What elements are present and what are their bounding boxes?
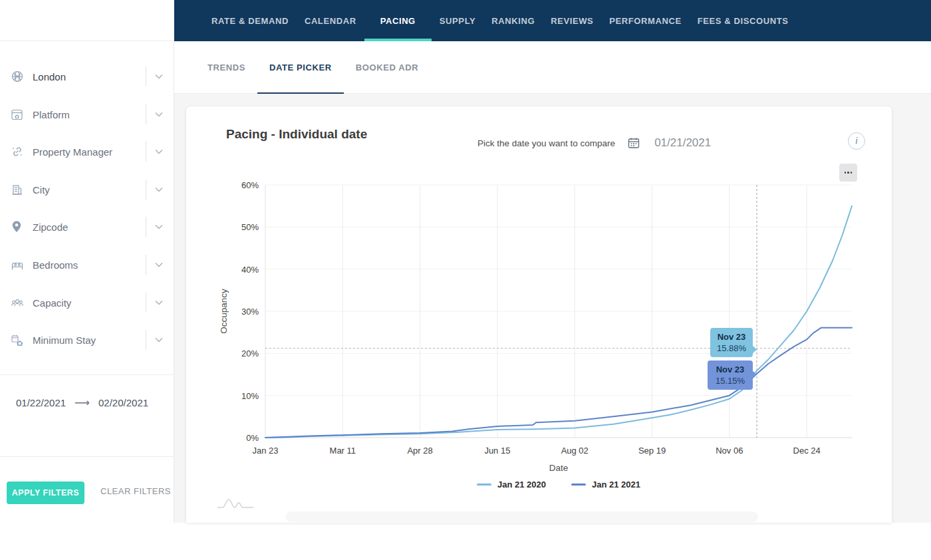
divider xyxy=(146,293,146,313)
svg-text:Aug 02: Aug 02 xyxy=(561,446,589,456)
building-icon xyxy=(11,183,25,196)
calendar-house-icon xyxy=(11,333,25,347)
compare-date-value[interactable]: 01/21/2021 xyxy=(654,136,711,150)
chevron-down-icon[interactable] xyxy=(155,337,163,343)
tooltip-date: Nov 23 xyxy=(718,331,746,343)
chevron-down-icon[interactable] xyxy=(155,300,163,305)
filter-property-manager[interactable]: Property Manager xyxy=(0,133,174,170)
chevron-down-icon[interactable] xyxy=(155,187,163,192)
svg-text:30%: 30% xyxy=(241,307,259,317)
filter-zipcode-label: Zipcode xyxy=(33,221,68,233)
chevron-down-icon[interactable] xyxy=(155,112,163,117)
legend-item-2021[interactable]: Jan 21 2021 xyxy=(571,480,640,490)
svg-text:10%: 10% xyxy=(241,391,259,401)
filter-capacity-label: Capacity xyxy=(33,297,71,309)
filter-market[interactable]: London xyxy=(0,58,174,95)
nav-item-rate-demand[interactable]: RATE & DEMAND xyxy=(203,0,297,41)
svg-text:Occupancy: Occupancy xyxy=(219,289,229,334)
chevron-down-icon[interactable] xyxy=(155,224,163,229)
nav-item-performance[interactable]: PERFORMANCE xyxy=(601,0,689,41)
divider xyxy=(146,217,146,237)
more-options-button[interactable] xyxy=(839,164,857,182)
platform-icon xyxy=(11,108,25,121)
tooltip-date: Nov 23 xyxy=(716,364,745,375)
filter-city[interactable]: City xyxy=(0,171,174,208)
filter-platform[interactable]: Platform xyxy=(0,96,174,133)
arrow-right-icon: ⟶ xyxy=(74,396,90,409)
chevron-down-icon[interactable] xyxy=(155,262,163,267)
divider xyxy=(146,67,146,86)
svg-text:60%: 60% xyxy=(241,180,259,190)
filter-city-label: City xyxy=(33,184,50,196)
calendar-icon[interactable] xyxy=(628,137,640,149)
chart-legend: Jan 21 2020 Jan 21 2021 xyxy=(265,480,852,490)
map-pin-icon xyxy=(11,220,25,233)
divider xyxy=(0,456,174,457)
chevron-down-icon[interactable] xyxy=(155,74,163,79)
nav-item-calendar[interactable]: CALENDAR xyxy=(297,0,364,41)
svg-text:Jun 15: Jun 15 xyxy=(484,446,510,456)
sparkline-icon xyxy=(216,493,255,511)
chart-scroll-bar[interactable] xyxy=(286,511,758,522)
svg-text:20%: 20% xyxy=(241,349,259,358)
nav-item-fees-discounts[interactable]: FEES & DISCOUNTS xyxy=(690,0,797,41)
svg-text:Dec 24: Dec 24 xyxy=(793,446,821,456)
svg-text:Apr 28: Apr 28 xyxy=(407,446,432,456)
svg-text:Jan 23: Jan 23 xyxy=(252,446,278,456)
filter-capacity[interactable]: Capacity xyxy=(0,284,174,321)
divider xyxy=(146,142,146,162)
compare-date-label: Pick the date you want to compare xyxy=(477,138,615,148)
card-title: Pacing - Individual date xyxy=(226,127,367,142)
nav-item-reviews[interactable]: REVIEWS xyxy=(543,0,601,41)
pacing-subtabs: TRENDS DATE PICKER BOOKED ADR xyxy=(174,41,931,94)
date-range-start[interactable]: 01/22/2021 xyxy=(16,397,66,408)
filter-market-label: London xyxy=(33,71,66,82)
divider xyxy=(146,255,146,275)
svg-text:Sep 19: Sep 19 xyxy=(638,446,666,456)
chart-plot-area: 0%10%20%30%40%50%60%Jan 23Mar 11Apr 28Ju… xyxy=(265,185,852,438)
bed-icon xyxy=(11,258,25,271)
date-range-end[interactable]: 02/20/2021 xyxy=(98,397,148,408)
chevron-down-icon[interactable] xyxy=(155,149,163,154)
link-icon xyxy=(11,145,25,158)
logo-area xyxy=(0,0,174,41)
svg-text:0%: 0% xyxy=(246,433,259,443)
nav-item-supply[interactable]: SUPPLY xyxy=(432,0,483,41)
svg-text:40%: 40% xyxy=(241,265,259,275)
filter-bedrooms[interactable]: Bedrooms xyxy=(0,246,174,283)
tooltip-value: 15.88% xyxy=(717,343,746,354)
tab-date-picker[interactable]: DATE PICKER xyxy=(257,41,344,93)
occupancy-pacing-chart[interactable]: 0%10%20%30%40%50%60%Jan 23Mar 11Apr 28Ju… xyxy=(265,185,852,438)
top-navigation: RATE & DEMAND CALENDAR PACING SUPPLY RAN… xyxy=(174,0,931,41)
filters-sidebar: London Platform Property Manager xyxy=(0,0,174,523)
divider xyxy=(146,330,146,350)
compare-date-picker: Pick the date you want to compare 01/21/… xyxy=(477,134,711,152)
legend-label: Jan 21 2020 xyxy=(497,480,546,490)
divider xyxy=(146,180,146,200)
nav-item-ranking[interactable]: RANKING xyxy=(483,0,543,41)
svg-text:Date: Date xyxy=(549,463,569,473)
tooltip-value: 15.15% xyxy=(716,375,745,386)
market-icon xyxy=(11,70,25,83)
chart-tooltip-2020: Nov 23 15.88% xyxy=(710,328,753,357)
pacing-chart-card: Pacing - Individual date Pick the date y… xyxy=(186,106,892,523)
svg-text:50%: 50% xyxy=(241,222,259,232)
tab-booked-adr[interactable]: BOOKED ADR xyxy=(344,41,430,93)
info-icon[interactable]: i xyxy=(848,132,865,150)
chart-tooltip-2021: Nov 23 15.15% xyxy=(708,360,753,390)
filter-minimum-stay-label: Minimum Stay xyxy=(33,335,96,346)
nav-item-pacing[interactable]: PACING xyxy=(364,0,432,41)
filter-zipcode[interactable]: Zipcode xyxy=(0,208,174,245)
legend-swatch-2020 xyxy=(477,484,491,486)
filter-bedrooms-label: Bedrooms xyxy=(33,259,78,271)
clear-filters-button[interactable]: CLEAR FILTERS xyxy=(100,486,171,496)
filter-platform-label: Platform xyxy=(33,109,70,120)
tab-trends[interactable]: TRENDS xyxy=(196,41,257,93)
people-icon xyxy=(11,296,25,309)
filter-minimum-stay[interactable]: Minimum Stay xyxy=(0,321,174,358)
apply-filters-button[interactable]: APPLY FILTERS xyxy=(7,482,84,504)
filter-property-manager-label: Property Manager xyxy=(33,146,112,158)
legend-item-2020[interactable]: Jan 21 2020 xyxy=(477,480,546,490)
svg-text:Nov 06: Nov 06 xyxy=(716,446,743,456)
legend-label: Jan 21 2021 xyxy=(592,480,640,490)
